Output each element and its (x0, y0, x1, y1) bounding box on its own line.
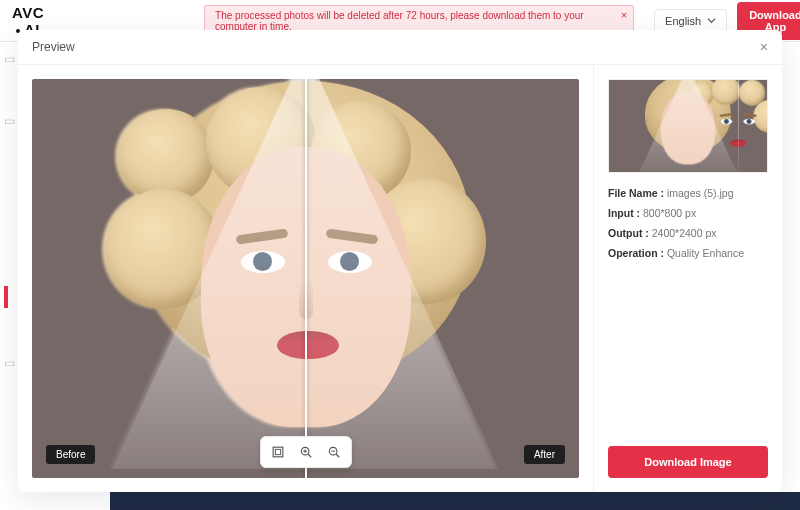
svg-rect-1 (275, 449, 280, 454)
result-thumbnail[interactable] (608, 79, 768, 173)
svg-line-7 (336, 454, 339, 457)
chevron-down-icon (707, 16, 716, 25)
zoom-in-button[interactable] (293, 441, 319, 463)
svg-line-3 (308, 454, 311, 457)
brand-part1: AVC (12, 4, 44, 21)
modal-title: Preview (32, 40, 75, 54)
zoom-out-icon (327, 445, 341, 459)
zoom-out-button[interactable] (321, 441, 347, 463)
meta-output: Output : 2400*2400 px (608, 227, 768, 239)
deletion-warning-text: The processed photos will be deleted aft… (215, 10, 613, 32)
fit-icon (271, 445, 285, 459)
footer-peek (110, 492, 800, 510)
meta-input: Input : 800*800 px (608, 207, 768, 219)
after-half (306, 79, 580, 478)
comparison-divider[interactable] (305, 79, 307, 478)
sidebar-active-indicator (4, 286, 8, 308)
modal-header: Preview × (18, 30, 782, 65)
before-badge: Before (46, 445, 95, 464)
close-icon[interactable]: × (760, 40, 768, 54)
file-metadata: File Name : images (5).jpg Input : 800*8… (608, 187, 768, 259)
meta-operation: Operation : Quality Enhance (608, 247, 768, 259)
meta-filename: File Name : images (5).jpg (608, 187, 768, 199)
after-badge: After (524, 445, 565, 464)
zoom-in-icon (299, 445, 313, 459)
banner-close-icon[interactable]: × (621, 9, 627, 21)
svg-rect-0 (273, 447, 283, 457)
fit-to-screen-button[interactable] (265, 441, 291, 463)
preview-modal: Preview × (18, 30, 782, 492)
language-selector[interactable]: English (654, 9, 727, 33)
details-panel: File Name : images (5).jpg Input : 800*8… (594, 65, 782, 492)
language-label: English (665, 15, 701, 27)
zoom-toolbar (260, 436, 352, 468)
comparison-stage[interactable]: Before After (32, 79, 579, 478)
download-image-button[interactable]: Download Image (608, 446, 768, 478)
